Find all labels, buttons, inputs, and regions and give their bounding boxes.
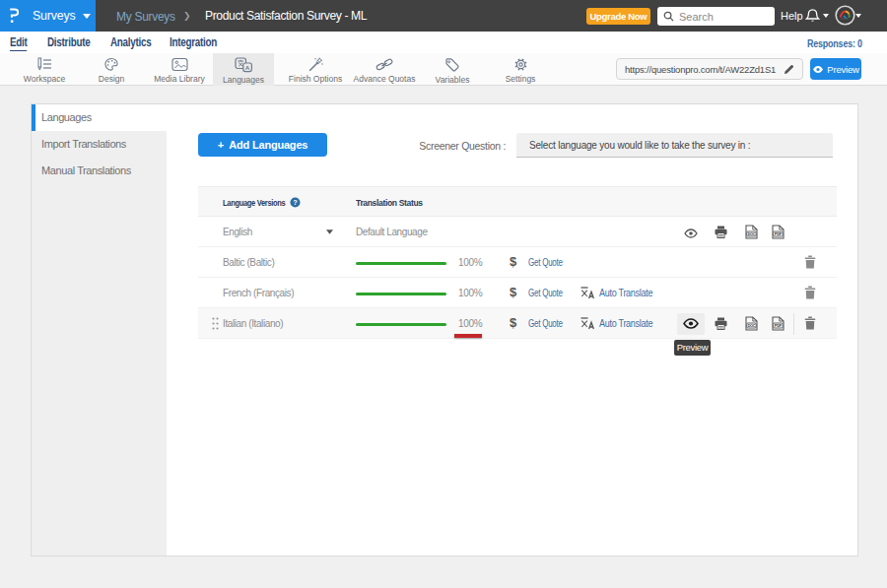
svg-text:A: A — [245, 64, 250, 71]
svg-text:PDF: PDF — [775, 323, 783, 328]
svg-text:?: ? — [293, 198, 298, 207]
svg-text:DOC: DOC — [747, 323, 755, 328]
svg-text:DOC: DOC — [747, 231, 755, 236]
svg-text:PDF: PDF — [775, 231, 783, 236]
